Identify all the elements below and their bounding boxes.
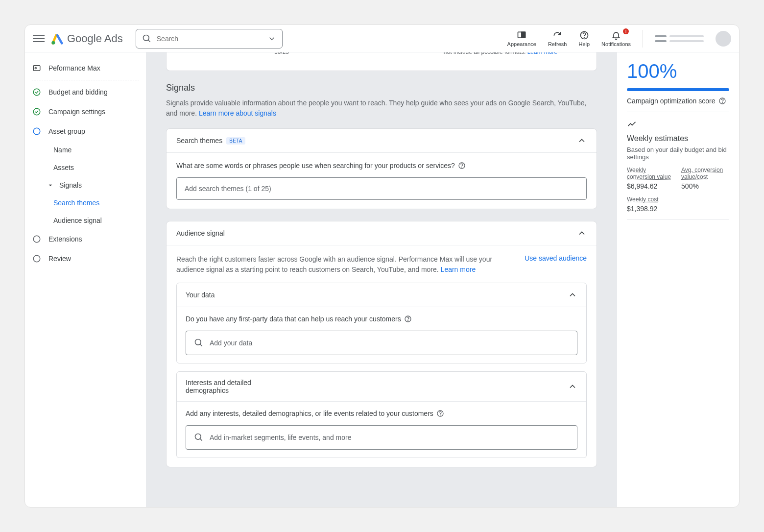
sidebar-item-budget[interactable]: Budget and bidding — [25, 82, 146, 102]
metrics-row: Weekly conversion value $6,994.62 Avg. c… — [627, 167, 729, 190]
sidebar-item-review[interactable]: Review — [25, 249, 146, 268]
asset-counter: 10/25 — [274, 52, 289, 55]
svg-point-0 — [51, 41, 55, 44]
score-progress-bar — [627, 88, 729, 91]
svg-line-2 — [148, 40, 150, 42]
sidebar-item-signals[interactable]: Signals — [47, 176, 146, 194]
check-circle-icon — [32, 107, 42, 117]
sidebar: Peformance Max Budget and bidding Campai… — [25, 52, 146, 507]
your-data-card: Your data Do you have any first-party da… — [176, 283, 587, 363]
chevron-up-icon — [568, 290, 577, 300]
chevron-down-icon[interactable] — [267, 34, 276, 43]
notifications-button[interactable]: ! Notifications — [601, 30, 631, 47]
optimization-score-label: Campaign optimization score — [627, 97, 729, 105]
user-avatar[interactable] — [716, 31, 731, 47]
svg-point-12 — [33, 128, 40, 135]
sidebar-item-name[interactable]: Name — [47, 141, 146, 159]
google-ads-logo-icon — [50, 32, 64, 46]
sidebar-item-performance-max[interactable]: Peformance Max — [25, 58, 146, 78]
brand-text: Google Ads — [67, 32, 123, 45]
sidebar-item-assets[interactable]: Assets — [47, 159, 146, 176]
your-data-header[interactable]: Your data — [177, 283, 586, 307]
interests-card: Interests and detailed demographics Add … — [176, 371, 587, 458]
audience-signal-card: Audience signal Reach the right customer… — [166, 221, 597, 467]
signals-section-title: Signals — [166, 83, 597, 93]
svg-point-15 — [33, 255, 40, 262]
global-search[interactable] — [136, 29, 283, 48]
learn-more-link[interactable]: Learn more — [527, 52, 557, 55]
sidebar-item-settings[interactable]: Campaign settings — [25, 102, 146, 121]
hamburger-menu-icon[interactable] — [33, 33, 45, 45]
search-icon — [194, 338, 204, 348]
your-data-question: Do you have any first-party data that ca… — [186, 315, 577, 323]
svg-point-9 — [35, 68, 36, 69]
metric-weekly-cost: Weekly cost $1,398.92 — [627, 196, 729, 213]
learn-more-signals-link[interactable]: Learn more about signals — [199, 109, 276, 117]
your-data-title: Your data — [186, 291, 215, 299]
search-icon — [142, 34, 152, 44]
sidebar-item-extensions[interactable]: Extensions — [25, 229, 146, 249]
appearance-icon — [517, 30, 526, 40]
interests-header[interactable]: Interests and detailed demographics — [177, 372, 586, 402]
app-body: Peformance Max Budget and bidding Campai… — [25, 52, 739, 507]
refresh-button[interactable]: Refresh — [548, 30, 567, 47]
help-button[interactable]: Help — [578, 30, 590, 47]
help-tooltip-icon[interactable] — [436, 410, 444, 417]
appearance-button[interactable]: Appearance — [507, 30, 536, 47]
app-window: Google Ads Appearance Refresh Help ! — [24, 24, 740, 508]
svg-point-11 — [33, 108, 40, 115]
weekly-estimates-subtitle: Based on your daily budget and bid setti… — [627, 146, 729, 161]
truncated-text: not include all possible formats. Learn … — [444, 52, 557, 55]
account-switcher[interactable] — [655, 35, 704, 42]
svg-marker-13 — [49, 185, 52, 186]
help-icon — [579, 30, 589, 40]
refresh-icon — [552, 30, 562, 40]
interests-title: Interests and detailed demographics — [186, 379, 284, 394]
circle-empty-icon — [32, 254, 42, 264]
sidebar-item-audience-signal[interactable]: Audience signal — [47, 212, 146, 229]
audience-signal-title: Audience signal — [176, 229, 225, 237]
svg-rect-5 — [522, 32, 525, 38]
audience-description: Reach the right customers faster across … — [176, 254, 513, 275]
svg-point-17 — [462, 167, 462, 168]
app-header: Google Ads Appearance Refresh Help ! — [25, 25, 739, 52]
search-themes-card: Search themes BETA What are some words o… — [166, 128, 597, 209]
signals-section-desc: Signals provide valuable information abo… — [166, 98, 597, 119]
your-data-input[interactable]: Add your data — [186, 331, 577, 355]
svg-point-24 — [195, 434, 201, 440]
help-tooltip-icon[interactable] — [458, 162, 466, 169]
interests-input[interactable]: Add in-market segments, life events, and… — [186, 425, 577, 450]
svg-point-10 — [33, 89, 40, 96]
card-icon — [32, 63, 42, 73]
svg-point-14 — [33, 236, 40, 242]
chevron-up-icon — [577, 228, 587, 238]
audience-signal-header[interactable]: Audience signal — [167, 221, 597, 245]
right-panel: 100% Campaign optimization score Weekly … — [617, 52, 739, 507]
search-themes-input[interactable]: Add search themes (1 of 25) — [176, 177, 587, 200]
svg-point-1 — [143, 35, 149, 41]
interests-question: Add any interests, detailed demographics… — [186, 410, 577, 417]
svg-point-27 — [722, 102, 722, 103]
beta-badge: BETA — [226, 137, 245, 145]
truncated-card-above: 10/25 not include all possible formats. … — [166, 52, 597, 71]
circle-empty-icon — [32, 234, 42, 244]
use-saved-audience-button[interactable]: Use saved audience — [525, 254, 587, 262]
search-themes-header[interactable]: Search themes BETA — [167, 129, 597, 153]
bell-icon — [611, 30, 621, 40]
sidebar-item-asset-group[interactable]: Asset group — [25, 121, 146, 141]
metric-value-cost: Avg. conversion value/cost 500% — [681, 167, 729, 190]
audience-learn-more-link[interactable]: Learn more — [441, 266, 476, 273]
metric-conversion-value: Weekly conversion value $6,994.62 — [627, 167, 671, 190]
svg-point-20 — [195, 339, 201, 345]
svg-line-21 — [200, 344, 202, 346]
sidebar-item-search-themes[interactable]: Search themes — [47, 194, 146, 212]
search-input[interactable] — [157, 35, 263, 43]
help-tooltip-icon[interactable] — [718, 97, 726, 105]
help-tooltip-icon[interactable] — [404, 315, 412, 323]
search-icon — [194, 433, 204, 442]
brand-logo[interactable]: Google Ads — [50, 32, 123, 46]
search-themes-title: Search themes — [176, 137, 222, 145]
search-themes-question: What are some words or phrases people us… — [176, 162, 587, 169]
svg-point-19 — [407, 320, 408, 321]
header-actions: Appearance Refresh Help ! Notifications — [507, 30, 731, 48]
